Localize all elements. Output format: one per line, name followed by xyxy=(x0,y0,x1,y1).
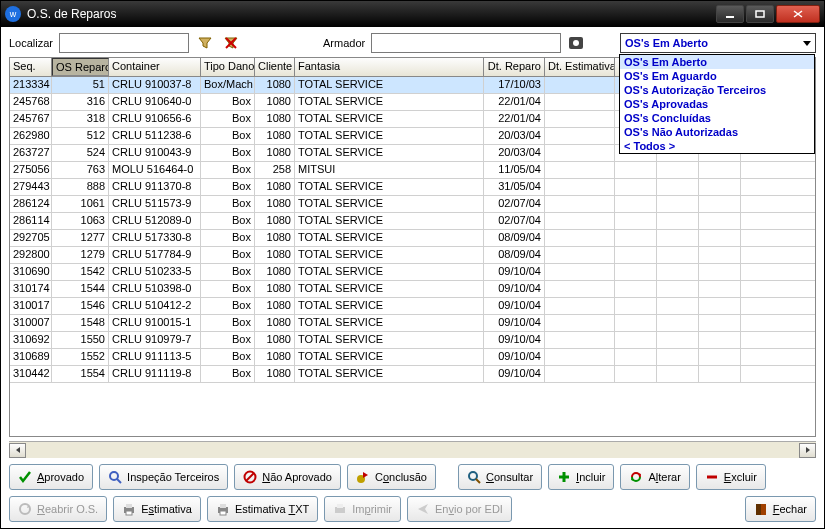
cell: 08/09/04 xyxy=(484,247,545,263)
printer-icon xyxy=(216,502,230,516)
envio-edi-button[interactable]: Envio por EDI xyxy=(407,496,512,522)
column-header[interactable]: OS Reparo xyxy=(52,58,109,76)
cell: TOTAL SERVICE xyxy=(295,213,484,229)
cell: Box xyxy=(201,179,255,195)
filter-option[interactable]: OS's Aprovadas xyxy=(620,97,814,111)
table-row[interactable]: 2861141063CRLU 512089-0Box1080TOTAL SERV… xyxy=(10,213,815,230)
column-header[interactable]: Cliente xyxy=(255,58,295,76)
armador-input[interactable] xyxy=(371,33,561,53)
table-row[interactable]: 3100071548CRLU 910015-1Box1080TOTAL SERV… xyxy=(10,315,815,332)
cell xyxy=(615,298,657,314)
localizar-input[interactable] xyxy=(59,33,189,53)
filter-option[interactable]: OS's Não Autorizadas xyxy=(620,125,814,139)
maximize-button[interactable] xyxy=(746,5,774,23)
scroll-left-icon[interactable] xyxy=(9,443,26,458)
filter-clear-icon[interactable] xyxy=(221,33,241,53)
cell xyxy=(615,315,657,331)
btn-label: ão Aprovado xyxy=(270,471,332,483)
table-row[interactable]: 275056763MOLU 516464-0Box258MITSUI11/05/… xyxy=(10,162,815,179)
btn-label: timativa xyxy=(154,503,192,515)
filter-icon[interactable] xyxy=(195,33,215,53)
btn-label: nclusão xyxy=(389,471,427,483)
horizontal-scrollbar[interactable] xyxy=(9,441,816,458)
cell xyxy=(657,213,699,229)
cell xyxy=(615,230,657,246)
filter-dropdown[interactable]: OS's Em AbertoOS's Em AguardoOS's Autori… xyxy=(619,54,815,154)
table-row[interactable]: 279443888CRLU 911370-8Box1080TOTAL SERVI… xyxy=(10,179,815,196)
estimativa-button[interactable]: Estimativa xyxy=(113,496,201,522)
inspecao-terceiros-button[interactable]: Inspeção Terceiros xyxy=(99,464,228,490)
estimativa-txt-button[interactable]: Estimativa TXT xyxy=(207,496,318,522)
table-row[interactable]: 3106901542CRLU 510233-5Box1080TOTAL SERV… xyxy=(10,264,815,281)
cell: 1080 xyxy=(255,281,295,297)
cell: 09/10/04 xyxy=(484,349,545,365)
aprovado-button[interactable]: Aprovado xyxy=(9,464,93,490)
cell: 1080 xyxy=(255,77,295,93)
column-header[interactable]: Dt. Estimativa xyxy=(545,58,615,76)
excluir-button[interactable]: Excluir xyxy=(696,464,766,490)
cell: 1080 xyxy=(255,196,295,212)
svg-rect-20 xyxy=(126,504,132,508)
btn-label: io por EDI xyxy=(454,503,503,515)
scroll-right-icon[interactable] xyxy=(799,443,816,458)
filter-option[interactable]: OS's Concluídas xyxy=(620,111,814,125)
cell: 1080 xyxy=(255,332,295,348)
cell: 1080 xyxy=(255,315,295,331)
cell: 02/07/04 xyxy=(484,213,545,229)
alterar-button[interactable]: Alterar xyxy=(620,464,689,490)
svg-line-11 xyxy=(246,473,254,481)
cell: CRLU 517784-9 xyxy=(109,247,201,263)
minimize-button[interactable] xyxy=(716,5,744,23)
cell xyxy=(545,264,615,280)
cell xyxy=(545,196,615,212)
cell: 1063 xyxy=(52,213,109,229)
filter-option[interactable]: < Todos > xyxy=(620,139,814,153)
cell: 1080 xyxy=(255,179,295,195)
cell: 763 xyxy=(52,162,109,178)
cell xyxy=(699,349,741,365)
armador-lookup-icon[interactable] xyxy=(567,33,587,53)
column-header[interactable]: Tipo Dano xyxy=(201,58,255,76)
cell xyxy=(545,315,615,331)
filter-option[interactable]: OS's Autorização Terceiros xyxy=(620,83,814,97)
consultar-button[interactable]: Consultar xyxy=(458,464,542,490)
forbidden-icon xyxy=(243,470,257,484)
imprimir-button[interactable]: Imprimir xyxy=(324,496,401,522)
close-button[interactable] xyxy=(776,5,820,23)
incluir-button[interactable]: Incluir xyxy=(548,464,614,490)
column-header[interactable]: Fantasia xyxy=(295,58,484,76)
table-row[interactable]: 3106921550CRLU 910979-7Box1080TOTAL SERV… xyxy=(10,332,815,349)
filter-option[interactable]: OS's Em Aberto xyxy=(620,55,814,69)
cell xyxy=(615,179,657,195)
table-row[interactable]: 3101741544CRLU 510398-0Box1080TOTAL SERV… xyxy=(10,281,815,298)
table-row[interactable]: 2927051277CRLU 517330-8Box1080TOTAL SERV… xyxy=(10,230,815,247)
svg-rect-23 xyxy=(220,504,226,508)
btn-label: Inspeção Terceiros xyxy=(127,471,219,483)
cell xyxy=(657,247,699,263)
table-row[interactable]: 3106891552CRLU 911113-5Box1080TOTAL SERV… xyxy=(10,349,815,366)
cell: TOTAL SERVICE xyxy=(295,332,484,348)
column-header[interactable]: Dt. Reparo xyxy=(484,58,545,76)
column-header[interactable]: Container xyxy=(109,58,201,76)
cell: CRLU 512089-0 xyxy=(109,213,201,229)
nao-aprovado-button[interactable]: Não Aprovado xyxy=(234,464,341,490)
conclusao-button[interactable]: Conclusão xyxy=(347,464,436,490)
cell: TOTAL SERVICE xyxy=(295,315,484,331)
cell xyxy=(545,298,615,314)
table-row[interactable]: 2861241061CRLU 511573-9Box1080TOTAL SERV… xyxy=(10,196,815,213)
table-row[interactable]: 3100171546CRLU 510412-2Box1080TOTAL SERV… xyxy=(10,298,815,315)
cell: 1080 xyxy=(255,145,295,161)
cell xyxy=(545,366,615,382)
filter-option[interactable]: OS's Em Aguardo xyxy=(620,69,814,83)
column-header[interactable]: Seq. xyxy=(10,58,52,76)
table-row[interactable]: 3104421554CRLU 911119-8Box1080TOTAL SERV… xyxy=(10,366,815,383)
cell: Box xyxy=(201,145,255,161)
btn-label: XT xyxy=(295,503,309,515)
fechar-button[interactable]: Fechar xyxy=(745,496,816,522)
cell: 08/09/04 xyxy=(484,230,545,246)
window: w O.S. de Reparos Localizar Armador OS's… xyxy=(0,0,825,529)
cell xyxy=(657,349,699,365)
filter-combo[interactable]: OS's Em Aberto OS's Em AbertoOS's Em Agu… xyxy=(620,33,816,53)
table-row[interactable]: 2928001279CRLU 517784-9Box1080TOTAL SERV… xyxy=(10,247,815,264)
reabrir-button[interactable]: Reabrir O.S. xyxy=(9,496,107,522)
